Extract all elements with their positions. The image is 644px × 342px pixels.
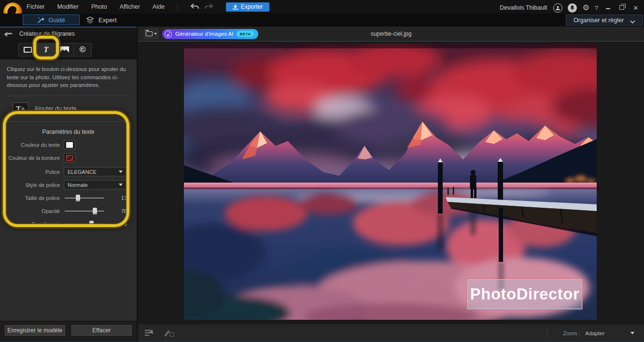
no-color-swatch [66,155,73,161]
window-controls: Devallois Thibault ⚙ ? ✕ [500,2,640,14]
help-icon[interactable]: ? [595,4,598,12]
menu-photo[interactable]: Photo [91,3,107,10]
panel-header: Créateur de filigranes [0,28,137,40]
menu-afficher[interactable]: Afficher [120,3,140,10]
photodirector-window: Fichier Modifier Photo Afficher Aide Exp… [0,0,644,342]
panel-title: Créateur de filigranes [19,30,75,37]
export-button[interactable]: Exporter [226,2,269,12]
opacity-value: 78 [115,208,127,214]
font-select[interactable]: ELEGANCE [64,167,126,176]
font-size-label: Taille de police [7,195,64,201]
draw-tool-icon[interactable] [165,329,174,337]
sunset-lake-photo [184,43,597,320]
back-arrow-icon[interactable] [4,31,14,37]
tool-image[interactable] [55,43,73,57]
undo-icon[interactable] [190,3,199,10]
frame-icon [24,47,32,53]
select-list-icon[interactable] [145,330,154,337]
mode-tabs: Guidé Expert Organiser et régler [0,14,644,27]
divider [7,121,130,122]
canvas-statusbar: Zoom : Adapter [138,324,644,342]
tab-guided-label: Guidé [48,16,65,24]
instructions-text: Cliquez sur le bouton ci-dessous pour aj… [7,65,128,89]
organize-label: Organiser et régler [574,17,624,24]
ai-image-generator-button[interactable]: Générateur d'images AI BETA [162,29,258,39]
menu-aide[interactable]: Aide [153,3,165,10]
watermark-creator-panel: Créateur de filigranes T © Cliquez sur l… [0,27,137,342]
download-icon [233,4,238,10]
slider-thumb[interactable] [76,195,80,201]
tool-text[interactable]: T [37,43,55,57]
notifications-icon[interactable] [568,3,577,13]
copyright-icon: © [80,45,86,55]
beta-badge: BETA [237,31,253,37]
chevron-down-icon [154,33,157,35]
text-tool-icon: T [44,45,49,54]
shadow-label: Tons foncés [7,221,64,227]
magic-wand-icon [37,16,44,24]
settings-gear-icon[interactable]: ⚙ [582,4,589,12]
canvas-content: PhotoDirector [138,42,644,324]
user-name[interactable]: Devallois Thibault [500,4,547,11]
folder-icon [146,31,153,36]
tool-copyright[interactable]: © [73,43,92,57]
zoom-select[interactable]: Adapter [585,330,637,336]
chevron-down-icon [119,184,123,186]
redo-icon[interactable] [204,3,213,10]
font-size-value: 17 [115,195,127,201]
text-color-swatch[interactable] [64,140,75,149]
font-value: ELEGANCE [68,169,97,175]
close-button[interactable]: ✕ [631,4,640,12]
panel-body: Cliquez sur le bouton ci-dessous pour aj… [0,59,137,321]
add-text-label: Ajouter du texte [34,105,77,112]
canvas-toolbar: superbe-ciel.jpg Générateur d'images AI … [138,27,644,42]
menu-bar: Fichier Modifier Photo Afficher Aide Exp… [27,0,269,14]
slider-thumb[interactable] [93,208,97,214]
tab-expert-label: Expert [98,16,117,24]
tab-expert[interactable]: Expert [86,14,117,25]
border-color-label: Couleur de la bordure [7,155,64,161]
chevron-down-icon [119,171,123,173]
browse-folder-button[interactable] [144,29,158,39]
zoom-value: Adapter [585,330,604,336]
opacity-slider[interactable] [65,208,104,214]
menu-modifier[interactable]: Modifier [57,3,79,10]
add-text-button[interactable]: T+ [13,102,28,115]
text-color-label: Couleur du texte [7,142,64,148]
font-size-slider[interactable] [65,195,104,201]
divider [7,96,130,96]
ai-image-icon [165,30,172,38]
minimize-button[interactable] [603,4,612,11]
export-label: Exporter [241,3,263,10]
zoom-label: Zoom : [563,330,580,336]
ai-button-label: Générateur d'images AI [175,31,233,37]
restore-button[interactable] [617,4,626,11]
shadow-slider[interactable] [65,221,104,228]
font-style-label: Style de police [7,182,64,188]
watermark-tool-tabs: T © [0,40,137,59]
font-style-select[interactable]: Normale [64,180,126,189]
watermark-textbox[interactable]: PhotoDirector [467,279,582,309]
menu-fichier[interactable]: Fichier [27,3,45,10]
account-icon[interactable] [553,3,562,13]
tool-frame[interactable] [18,43,37,57]
border-color-swatch[interactable] [64,153,75,162]
chevron-down-icon [630,18,635,23]
clear-button[interactable]: Effacer [71,325,132,336]
tab-guided[interactable]: Guidé [23,14,80,25]
image-icon [60,46,69,53]
divider [177,3,178,10]
font-style-value: Normale [68,182,88,188]
chevron-down-icon [630,332,634,334]
slider-thumb[interactable] [89,221,94,228]
photo-image[interactable]: PhotoDirector [184,43,597,320]
organize-adjust-dropdown[interactable]: Organiser et régler [566,14,643,26]
white-swatch [66,142,73,148]
panel-footer: Enregistrer le modèle Effacer [0,321,137,342]
watermark-label: PhotoDirector [470,285,580,303]
save-template-button[interactable]: Enregistrer le modèle [5,325,65,336]
photo-canvas-area: superbe-ciel.jpg Générateur d'images AI … [138,27,644,342]
params-heading: Paramètres du texte [7,128,130,135]
font-label: Police [7,169,64,175]
opacity-label: Opacité [7,208,64,214]
